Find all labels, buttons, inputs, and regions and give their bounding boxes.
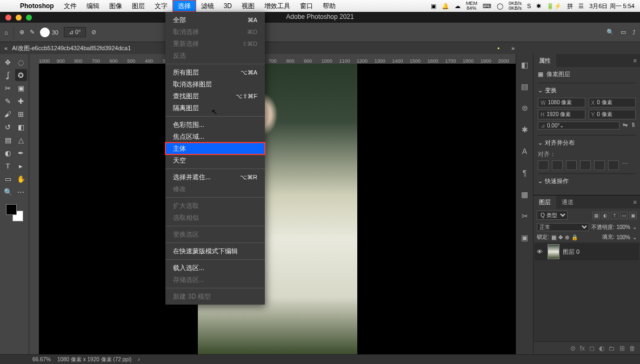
workspace-icon[interactable]: ▭ [621,29,626,36]
hand-tool[interactable]: ✋ [15,173,27,185]
filter-adjust-icon[interactable]: ◐ [602,212,609,219]
path-select-tool[interactable]: ▸ [15,160,27,172]
bell-icon[interactable]: 🔔 [442,3,449,10]
visibility-icon[interactable]: 👁 [537,248,544,255]
menu-select[interactable]: 选择 [172,0,196,12]
menu-3d[interactable]: 3D [219,0,237,12]
filter-pixel-icon[interactable]: ▦ [592,212,600,219]
opacity-value[interactable]: 100% [616,224,630,230]
align-section[interactable]: ⌄ 对齐并分布 [538,139,636,147]
flip-h-icon[interactable]: ⇋ [623,122,628,130]
close-window[interactable] [5,15,11,21]
delete-layer-icon[interactable]: 🗑 [629,345,636,352]
share-icon[interactable]: ⤴ [632,29,636,36]
angle-field-prop[interactable]: ⊿0.00° ⌄ [538,122,619,130]
channels-tab[interactable]: 通道 [556,196,579,208]
crop-tool[interactable]: ✂ [2,82,14,94]
angle-field[interactable]: ⊿ 0° [64,27,86,37]
move-tool[interactable]: ✥ [2,56,14,68]
shape-tool[interactable]: ▭ [2,173,14,185]
menu-item[interactable]: 主体 [165,143,265,154]
eyedropper-tool[interactable]: ✎ [2,95,14,107]
layer-thumbnail[interactable] [548,244,559,259]
menu-item[interactable]: 焦点区域... [165,131,265,143]
document-info[interactable]: 1080 像素 x 1920 像素 (72 ppi) [57,356,131,363]
adjustments-panel-icon[interactable]: ⊜ [519,103,530,113]
height-field[interactable]: H1920 像素 [538,110,585,119]
lasso-tool[interactable]: ʆ [2,69,14,81]
menu-item[interactable]: 选择并遮住...⌥⌘R [165,171,265,183]
filter-smart-icon[interactable]: ▣ [629,212,637,219]
menu-item[interactable]: 所有图层⌥⌘A [165,66,265,78]
home-icon[interactable]: ⌂ [4,29,8,36]
menu-help[interactable]: 帮助 [318,0,341,12]
quick-actions-section[interactable]: ⌄ 快速操作 [538,177,636,185]
menu-filter[interactable]: 滤镜 [196,0,219,12]
type-tool[interactable]: T [2,160,14,172]
control-center-icon[interactable]: ☰ [578,3,584,10]
menu-edit[interactable]: 编辑 [82,0,104,12]
flip-v-icon[interactable]: ⥮ [631,122,636,130]
input-icon[interactable]: 拼 [567,2,573,10]
swatches-panel-icon[interactable]: ▤ [519,81,530,92]
menu-image[interactable]: 图像 [104,0,127,12]
align-center-h[interactable] [552,160,563,170]
panel-menu-icon[interactable]: ≡ [630,57,640,64]
brush-preset-icon[interactable]: ✎ [30,29,35,36]
app-menu[interactable]: Photoshop [15,0,59,12]
align-bottom[interactable] [608,160,619,170]
minimize-window[interactable] [16,15,22,21]
layer-name[interactable]: 图层 0 [563,248,579,256]
search-icon[interactable]: 🔍 [606,29,614,36]
menu-layer[interactable]: 图层 [127,0,150,12]
lock-pixels-icon[interactable]: ▦ [551,234,556,240]
menu-item[interactable]: 全部⌘A [165,14,265,26]
history-brush-tool[interactable]: ↺ [2,121,14,133]
bluetooth-icon[interactable]: ✱ [536,3,541,10]
menu-item[interactable]: 取消选择图层 [165,78,265,90]
document-tab[interactable]: AI改图-e6ccb51249cb4324ba852fd3924dca1 [12,44,131,52]
clock[interactable]: 3月6日 周一 5:54 [589,2,635,10]
info-chevron-icon[interactable]: › [138,356,139,362]
zoom-window[interactable] [26,15,32,21]
new-layer-icon[interactable]: ⊞ [619,345,625,352]
chevron-right-icon[interactable]: » [511,45,515,51]
adjustment-layer-icon[interactable]: ◐ [599,345,604,352]
wechat-icon[interactable]: ☁ [455,3,461,10]
lock-position-icon[interactable]: ✥ [558,234,563,240]
libraries-panel-icon[interactable]: ▦ [519,189,530,200]
styles-panel-icon[interactable]: ✱ [519,124,530,135]
lock-all-icon[interactable]: 🔒 [571,234,578,240]
align-right[interactable] [566,160,577,170]
align-center-v[interactable] [594,160,605,170]
x-field[interactable]: X0 像素 [589,98,636,107]
battery-icon[interactable]: 🔋⚡ [546,3,562,10]
s-icon[interactable]: S [527,3,531,9]
properties-tab[interactable]: 属性 [534,54,556,67]
menu-type[interactable]: 文字 [150,0,172,12]
opt-icon[interactable]: ⊘ [91,29,96,36]
width-field[interactable]: W1080 像素 [538,98,585,107]
brush-size[interactable]: 30 [52,29,58,36]
align-more[interactable]: ⋯ [622,160,628,170]
mask-icon[interactable]: ◻ [589,345,595,352]
pen-tool[interactable]: ✒ [15,147,27,159]
align-left[interactable] [538,160,549,170]
frame-tool[interactable]: ▣ [15,82,27,94]
menu-file[interactable]: 文件 [59,0,82,12]
marquee-tool[interactable]: ◌ [15,56,27,68]
link-layers-icon[interactable]: ⊘ [570,345,576,352]
menu-item[interactable]: 在快速蒙版模式下编辑 [165,245,265,257]
layer-row[interactable]: 👁 图层 0 [535,243,639,260]
zoom-tool[interactable]: 🔍 [2,186,14,198]
fill-value[interactable]: 100% [616,234,630,240]
menu-item[interactable]: 色彩范围... [165,119,265,131]
layer-filter-type[interactable]: Q 类型 [537,211,568,220]
dodge-tool[interactable]: ◐ [2,147,14,159]
brush-preview-icon[interactable] [40,28,50,37]
gradient-tool[interactable]: ▤ [2,134,14,146]
blend-mode-select[interactable]: 正常 [537,223,589,231]
blur-tool[interactable]: △ [15,134,27,146]
menu-window[interactable]: 窗口 [295,0,318,12]
stamp-tool[interactable]: ⊞ [15,108,27,120]
